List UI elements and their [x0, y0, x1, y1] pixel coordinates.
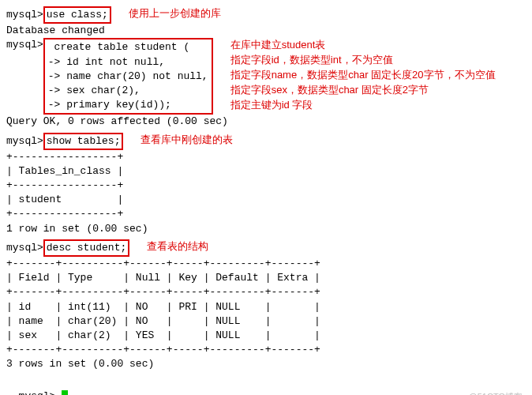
table2-border-mid1: +-------+----------+------+-----+-------… — [6, 285, 526, 299]
table2-row3: | sex | char(2) | YES | | NULL | | — [6, 329, 526, 343]
prompt: mysql> — [6, 39, 43, 51]
cmd-use-class: use class; — [43, 6, 111, 24]
response-query-ok: Query OK, 0 rows affected (0.00 sec) — [6, 115, 526, 129]
note2-l2: 指定字段id，数据类型int，不为空值 — [230, 53, 496, 68]
table2-row2: | name | char(20) | NO | | NULL | | — [6, 314, 526, 329]
annotation-create-table: 在库中建立student表 指定字段id，数据类型int，不为空值 指定字段na… — [230, 38, 496, 112]
prompt: mysql> — [6, 242, 43, 254]
response-3-rows: 3 rows in set (0.00 sec) — [6, 357, 526, 371]
cursor-icon — [62, 390, 68, 395]
table2-border-bot: +-------+----------+------+-----+-------… — [6, 343, 526, 357]
cont: -> — [48, 85, 61, 96]
table1-header: | Tables_in_class | — [6, 164, 526, 179]
cmd-show-tables: show tables; — [43, 133, 124, 150]
response-1-row: 1 row in set (0.00 sec) — [6, 222, 526, 236]
table2-border-top: +-------+----------+------+-----+-------… — [6, 257, 526, 271]
create-table-block: mysql> create table student ( -> id int … — [6, 38, 526, 115]
cont: -> — [48, 56, 61, 68]
cmd-show-tables-row: mysql> show tables; 查看库中刚创建的表 — [6, 133, 526, 150]
create-line1: create table student ( — [48, 41, 189, 53]
annotation-show-tables: 查看库中刚创建的表 — [140, 133, 233, 147]
annotation-desc-student: 查看表的结构 — [147, 239, 208, 254]
table2-row1: | id | int(11) | NO | PRI | NULL | | — [6, 300, 526, 314]
cmd-desc-student: desc student; — [43, 239, 129, 257]
cont: -> — [48, 70, 61, 82]
create-line2: id int not null, — [60, 56, 165, 68]
table2-header: | Field | Type | Null | Key | Default | … — [6, 271, 526, 285]
note2-l5: 指定主键为id 字段 — [230, 98, 496, 113]
create-line4: sex char(2), — [60, 85, 140, 96]
final-prompt-line[interactable]: mysql> — [6, 375, 526, 396]
create-line5: primary key(id)); — [60, 99, 170, 111]
response-db-changed: Database changed — [6, 24, 526, 38]
cmd-desc-student-row: mysql> desc student; 查看表的结构 — [6, 239, 526, 257]
create-line3: name char(20) not null, — [60, 70, 208, 82]
cmd-use-class-row: mysql> use class; 使用上一步创建的库 — [6, 6, 526, 24]
annotation-use-class: 使用上一步创建的库 — [129, 6, 221, 21]
watermark: @51CTO博客 — [469, 391, 523, 395]
table1-row: | student | — [6, 193, 526, 207]
table1-border-top: +-----------------+ — [6, 150, 526, 164]
note2-l4: 指定字段sex，数据类型char 固定长度2字节 — [230, 83, 496, 98]
prompt: mysql> — [6, 9, 43, 21]
table1-border-mid: +-----------------+ — [6, 179, 526, 193]
prompt: mysql> — [19, 390, 56, 395]
cmd-create-table: create table student ( -> id int not nul… — [43, 38, 213, 115]
note2-l1: 在库中建立student表 — [230, 38, 496, 53]
prompt: mysql> — [6, 135, 43, 147]
table1-border-bot: +-----------------+ — [6, 207, 526, 221]
note2-l3: 指定字段name，数据类型char 固定长度20字节，不为空值 — [230, 68, 496, 83]
cont: -> — [48, 99, 61, 111]
